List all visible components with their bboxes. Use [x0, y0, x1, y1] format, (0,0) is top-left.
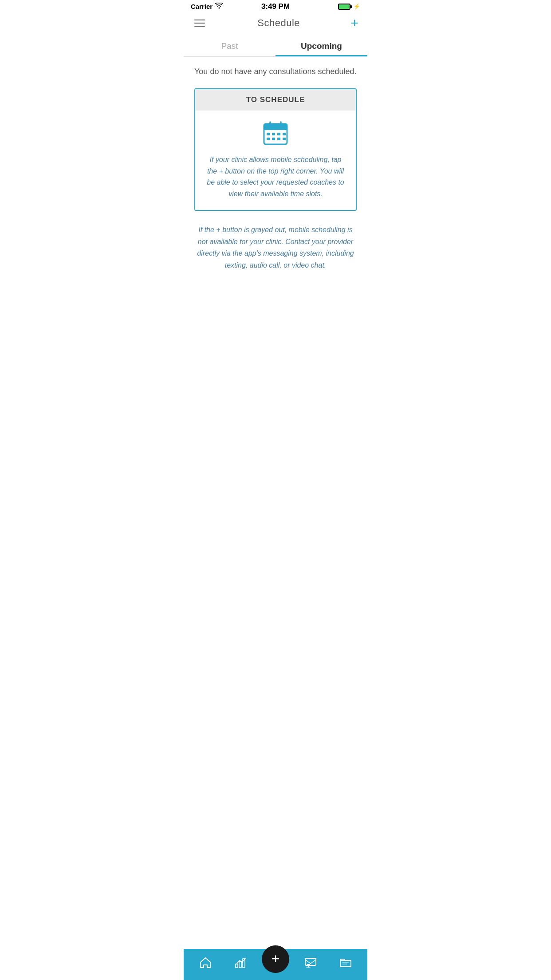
secondary-info-text: If the + button is grayed out, mobile sc…: [194, 224, 357, 271]
svg-rect-12: [283, 138, 286, 140]
wifi-icon: [215, 3, 223, 10]
card-header-text: TO SCHEDULE: [246, 95, 305, 104]
svg-rect-8: [283, 133, 286, 135]
status-bar: Carrier 3:49 PM ⚡: [184, 0, 367, 12]
tab-upcoming[interactable]: Upcoming: [276, 35, 367, 56]
add-schedule-button[interactable]: +: [350, 16, 358, 30]
menu-button[interactable]: [193, 18, 207, 28]
svg-rect-10: [272, 138, 275, 140]
svg-rect-9: [267, 138, 270, 140]
main-content: You do not have any consultations schedu…: [184, 57, 367, 280]
card-header: TO SCHEDULE: [195, 89, 356, 111]
svg-rect-2: [264, 127, 287, 130]
nav-header: Schedule +: [184, 12, 367, 35]
status-time: 3:49 PM: [261, 2, 290, 11]
svg-rect-11: [277, 138, 280, 140]
no-consultations-message: You do not have any consultations schedu…: [194, 66, 357, 78]
battery-area: ⚡: [338, 3, 360, 10]
svg-rect-7: [277, 133, 280, 135]
card-description: If your clinic allows mobile scheduling,…: [206, 154, 345, 199]
page-title: Schedule: [257, 17, 300, 29]
menu-line-3: [194, 26, 205, 27]
calendar-icon: [262, 119, 289, 146]
menu-line-2: [194, 23, 205, 24]
carrier-label: Carrier: [191, 3, 213, 10]
charging-bolt: ⚡: [353, 3, 360, 10]
svg-rect-5: [267, 133, 270, 135]
card-body: If your clinic allows mobile scheduling,…: [195, 111, 356, 210]
svg-rect-6: [272, 133, 275, 135]
battery-icon: [338, 4, 350, 10]
menu-line-1: [194, 20, 205, 20]
tab-bar: Past Upcoming: [184, 35, 367, 57]
carrier-wifi: Carrier: [191, 3, 223, 10]
schedule-card: TO SCHEDULE: [194, 88, 357, 211]
tabs: Past Upcoming: [184, 35, 367, 56]
tab-past[interactable]: Past: [184, 35, 276, 56]
calendar-icon-wrap: [206, 119, 345, 148]
bottom-spacer: [184, 280, 367, 320]
tab-indicator: [276, 55, 367, 56]
